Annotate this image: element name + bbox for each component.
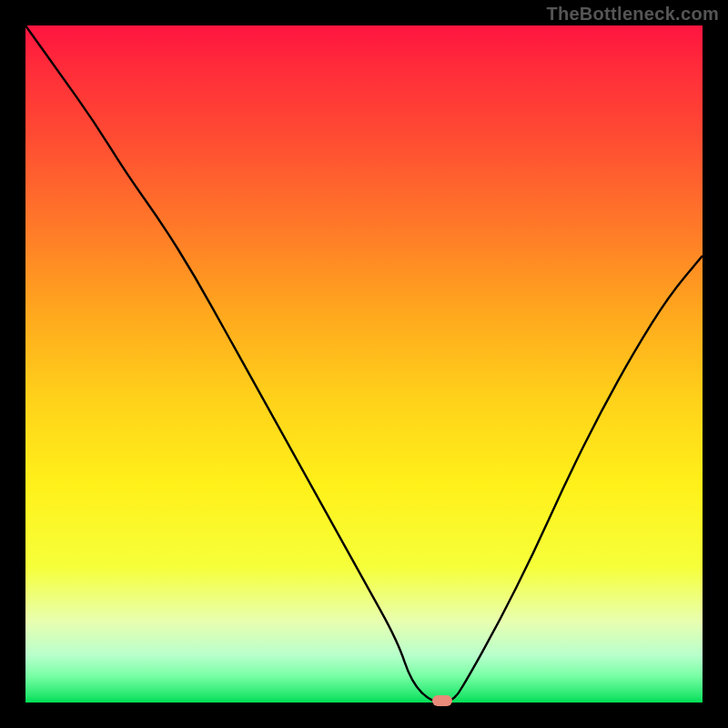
chart-frame: TheBottleneck.com [0,0,728,728]
curve-path [25,25,703,703]
plot-area [25,25,703,703]
bottleneck-curve [25,25,703,703]
optimal-point-marker [432,695,452,706]
watermark-text: TheBottleneck.com [546,4,719,25]
